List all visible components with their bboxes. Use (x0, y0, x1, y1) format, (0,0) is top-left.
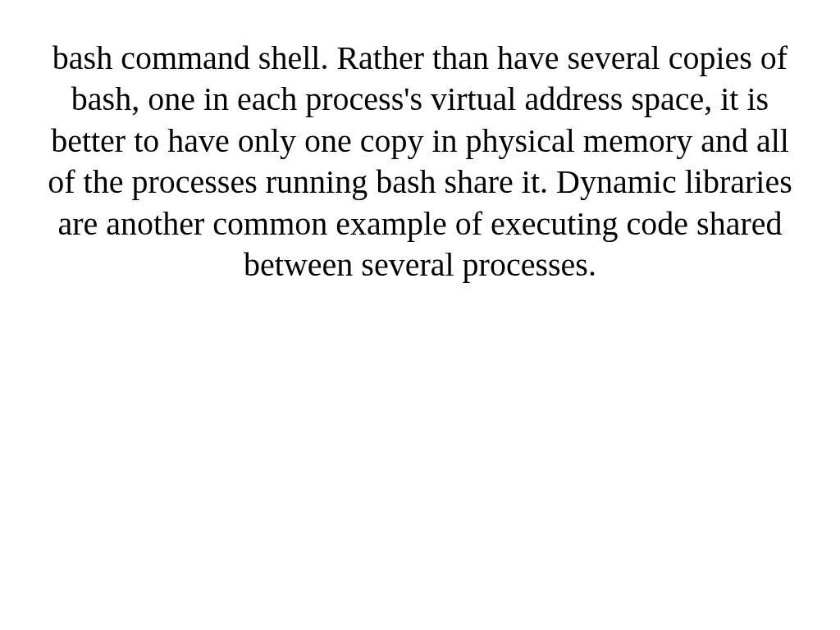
body-paragraph: bash command shell. Rather than have sev… (34, 38, 806, 285)
document-page: bash command shell. Rather than have sev… (0, 0, 840, 630)
